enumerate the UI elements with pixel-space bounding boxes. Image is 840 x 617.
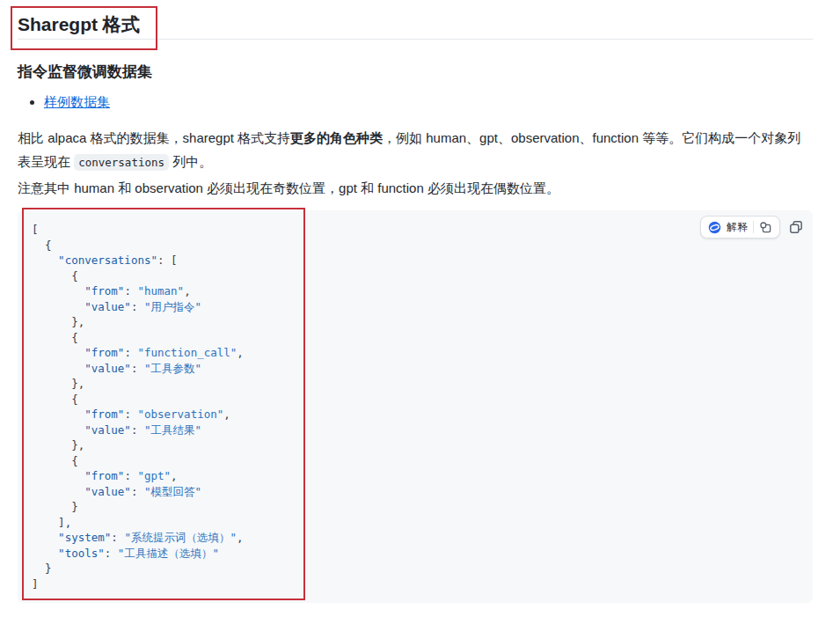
para1-text: 相比 alpaca 格式的数据集，sharegpt 格式支持 [18,130,290,145]
code-line: "from": "human", [32,283,799,299]
code-line: "conversations": [ [32,253,799,268]
code-line: ] [32,577,799,592]
code-line: { [32,392,799,408]
code-line: { [32,453,799,469]
pill-divider [753,221,754,233]
para1-text-3: 列中。 [169,154,212,169]
code-line: "from": "observation", [32,407,799,422]
code-line: "from": "gpt", [32,468,799,484]
code-line: "value": "工具参数" [32,361,799,377]
code-lines: [ { "conversations": [ { "from": "human"… [32,222,799,591]
code-line: "from": "function_call", [32,345,799,361]
code-line: }, [32,314,799,330]
page-title: Sharegpt 格式 [18,13,813,40]
copy-circle-icon[interactable] [759,221,772,234]
code-line: } [32,561,799,577]
code-line: { [32,238,799,253]
sample-dataset-list: 样例数据集 [18,94,813,109]
code-line: "value": "模型回答" [32,484,799,500]
copy-code-button[interactable] [788,219,804,235]
sample-dataset-link[interactable]: 样例数据集 [44,94,110,109]
document-page: Sharegpt 格式 指令监督微调数据集 样例数据集 相比 alpaca 格式… [0,13,840,603]
code-toolbar: 解释 [700,216,804,239]
para1-bold-text: 更多的角色种类 [290,130,383,145]
explain-button-label: 解释 [727,220,748,235]
format-description-paragraph: 相比 alpaca 格式的数据集，sharegpt 格式支持更多的角色种类，例如… [18,126,814,174]
copy-icon [788,219,804,235]
code-line: "value": "工具结果" [32,422,799,438]
conversations-inline-code: conversations [74,154,169,171]
ai-sphere-icon [708,221,721,234]
code-line: ], [32,515,799,531]
section-heading: 指令监督微调数据集 [18,62,813,82]
code-line: "value": "用户指令" [32,299,799,315]
sharegpt-json-code-block: 解释 [ { "conversations": [ [18,210,813,603]
explain-button[interactable]: 解释 [700,216,780,239]
code-line: } [32,499,799,515]
code-line: { [32,330,799,346]
position-note-paragraph: 注意其中 human 和 observation 必须出现在奇数位置，gpt 和… [18,179,814,198]
code-line: }, [32,376,799,392]
code-line: [ [32,222,799,238]
code-line: "system": "系统提示词（选填）", [32,530,799,546]
code-line: "tools": "工具描述（选填）" [32,546,799,562]
list-item: 样例数据集 [44,94,813,109]
code-line: { [32,268,799,284]
code-line: }, [32,437,799,453]
